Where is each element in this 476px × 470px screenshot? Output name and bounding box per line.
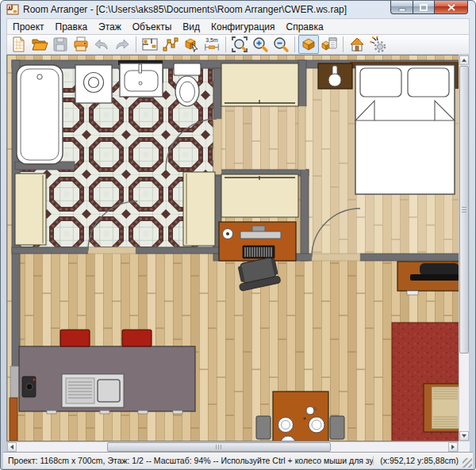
minimize-button[interactable] [390,1,413,14]
object-list-icon [320,35,339,54]
pillow [360,68,401,97]
bar-stool[interactable] [122,330,152,346]
horizontal-scrollbar[interactable] [6,441,459,453]
toilet[interactable] [174,63,201,106]
render-settings-button[interactable] [367,35,388,54]
object-list-button[interactable] [319,35,340,54]
plate [309,417,324,433]
edit-points-button[interactable] [160,35,181,54]
sofa[interactable] [424,384,459,432]
statusbar: Проект: 1168cm x 700cm, Этаж: 1/2 -- Мас… [3,452,473,468]
table-handle [407,291,418,295]
floor-plan[interactable] [7,55,459,441]
close-icon [447,4,455,11]
add-object-icon [182,35,201,54]
add-object-button[interactable] [181,35,202,54]
menubar: Проект Правка Этаж Объекты Вид Конфигура… [6,18,470,34]
dining-table[interactable] [273,392,328,441]
open-folder-button[interactable] [29,35,50,54]
view-3d-button[interactable] [298,35,319,54]
closet-left[interactable] [15,174,46,245]
menu-item-floor[interactable]: Этаж [93,20,127,34]
bathtub[interactable] [17,65,63,164]
edit-points-icon [161,35,180,54]
zoom-fit-icon [230,35,249,54]
scroll-right-button[interactable] [448,442,458,452]
titlebar: Room Arranger - [C:\Users\aks85\Document… [1,1,475,18]
undo-button[interactable] [91,35,112,54]
render-settings-icon [368,35,387,54]
plate [278,418,294,433]
arrow-left-icon [10,445,13,449]
lamp [328,74,341,86]
zoom-out-button[interactable] [271,35,291,54]
double-bed[interactable] [355,65,455,194]
tv-table[interactable] [397,262,459,295]
app-icon [6,3,19,16]
menu-item-configuration[interactable]: Конфигурация [205,20,281,34]
cup [306,407,314,415]
save-button[interactable] [50,35,71,54]
menu-item-help[interactable]: Справка [281,20,329,34]
zoom-in-button[interactable] [250,35,271,54]
scrollbar-corner [459,441,470,453]
maximize-icon [420,4,428,11]
window-title: Room Arranger - [C:\Users\aks85\Document… [23,4,347,15]
svg-text:3,5m: 3,5m [205,37,218,43]
vertical-scrollbar[interactable] [459,55,470,441]
plan-editor-button[interactable] [140,35,160,54]
arrow-right-icon [451,445,455,449]
nightstand[interactable] [318,63,352,89]
save-icon [51,35,70,54]
cabinet-left[interactable] [10,398,17,441]
zoom-in-icon [251,35,270,54]
new-document-button[interactable] [9,35,29,54]
plan-canvas[interactable] [6,55,459,441]
menu-item-edit[interactable]: Правка [50,20,94,34]
scroll-down-button[interactable] [459,431,469,441]
house-walls-icon [347,35,367,54]
kitchen-island[interactable] [19,346,195,414]
redo-button[interactable] [112,35,132,54]
coffee-machine [22,376,36,397]
resize-grip[interactable] [463,458,472,468]
view-3d-icon [299,35,318,54]
menu-item-objects[interactable]: Объекты [127,20,178,34]
maximize-button[interactable] [413,1,435,14]
app-window: Room Arranger - [C:\Users\aks85\Document… [0,0,476,470]
measure-button[interactable]: 3,5m [202,35,222,54]
toolbar-separator [343,36,344,52]
plan-editor-icon [140,35,159,54]
horizontal-scrollbar-thumb[interactable] [107,442,331,452]
pillow [408,68,449,97]
menu-item-view[interactable]: Вид [177,20,205,34]
dining-chair[interactable] [330,416,344,439]
wardrobe-top[interactable] [221,63,298,106]
toolbar-separator [225,36,226,52]
minimize-icon [398,4,406,11]
menu-item-project[interactable]: Проект [7,20,50,34]
scroll-up-button[interactable] [459,55,469,65]
closet-right[interactable] [183,172,215,246]
wardrobe-middle[interactable] [221,174,298,217]
open-folder-icon [30,35,49,54]
toolbar-separator [136,36,136,52]
print-icon [71,35,90,54]
island-sink [98,380,120,402]
redo-icon [113,35,132,54]
washing-machine[interactable] [75,65,112,103]
vertical-scrollbar-thumb[interactable] [459,66,469,353]
close-button[interactable] [435,1,468,14]
toolbar: 3,5m [6,34,470,55]
bar-stool[interactable] [60,330,90,346]
arrow-down-icon [462,434,466,438]
zoom-fit-button[interactable] [229,35,250,54]
house-walls-button[interactable] [347,35,367,54]
dining-chair[interactable] [256,416,271,439]
print-button[interactable] [71,35,91,54]
status-project-info: Проект: 1168cm x 700cm, Этаж: 1/2 -- Мас… [8,456,373,465]
sink[interactable] [118,60,163,97]
scroll-left-button[interactable] [7,442,17,452]
desk[interactable] [219,222,296,261]
arrow-up-icon [462,59,466,62]
